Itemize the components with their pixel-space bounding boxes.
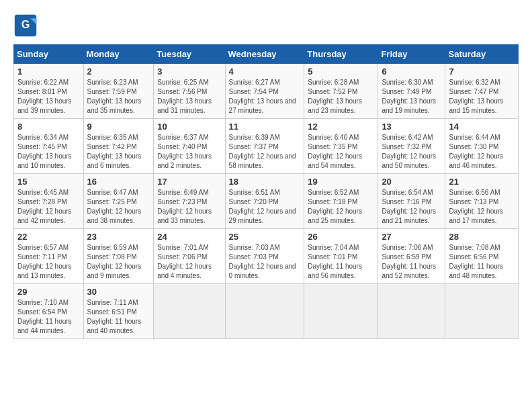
calendar-cell: 7Sunrise: 6:32 AMSunset: 7:47 PMDaylight… xyxy=(445,64,519,119)
day-info: Sunrise: 7:01 AMSunset: 7:06 PMDaylight:… xyxy=(157,243,221,281)
calendar-cell: 11Sunrise: 6:39 AMSunset: 7:37 PMDayligh… xyxy=(225,119,304,174)
day-info: Sunrise: 6:34 AMSunset: 7:45 PMDaylight:… xyxy=(17,133,80,171)
day-info: Sunrise: 6:22 AMSunset: 8:01 PMDaylight:… xyxy=(17,78,80,116)
weekday-header: Friday xyxy=(378,45,445,64)
day-info: Sunrise: 7:10 AMSunset: 6:54 PMDaylight:… xyxy=(17,298,80,336)
empty-cell xyxy=(378,284,445,339)
weekday-header: Tuesday xyxy=(154,45,225,64)
day-info: Sunrise: 6:45 AMSunset: 7:28 PMDaylight:… xyxy=(17,188,80,226)
day-info: Sunrise: 6:30 AMSunset: 7:49 PMDaylight:… xyxy=(382,78,441,116)
weekday-header-row: SundayMondayTuesdayWednesdayThursdayFrid… xyxy=(14,45,519,64)
calendar-cell: 12Sunrise: 6:40 AMSunset: 7:35 PMDayligh… xyxy=(304,119,378,174)
day-info: Sunrise: 6:28 AMSunset: 7:52 PMDaylight:… xyxy=(308,78,374,116)
calendar-table: SundayMondayTuesdayWednesdayThursdayFrid… xyxy=(13,44,519,339)
day-number: 28 xyxy=(449,232,515,242)
day-info: Sunrise: 6:40 AMSunset: 7:35 PMDaylight:… xyxy=(308,133,374,171)
calendar-cell: 27Sunrise: 7:06 AMSunset: 6:59 PMDayligh… xyxy=(378,229,445,284)
calendar-cell: 18Sunrise: 6:51 AMSunset: 7:20 PMDayligh… xyxy=(225,174,304,229)
calendar-cell: 3Sunrise: 6:25 AMSunset: 7:56 PMDaylight… xyxy=(154,64,225,119)
day-number: 20 xyxy=(382,177,441,187)
day-number: 29 xyxy=(17,287,80,297)
day-info: Sunrise: 6:39 AMSunset: 7:37 PMDaylight:… xyxy=(229,133,301,171)
day-info: Sunrise: 6:51 AMSunset: 7:20 PMDaylight:… xyxy=(229,188,301,226)
weekday-header: Sunday xyxy=(14,45,84,64)
calendar-cell: 29Sunrise: 7:10 AMSunset: 6:54 PMDayligh… xyxy=(14,284,84,339)
calendar-cell: 20Sunrise: 6:54 AMSunset: 7:16 PMDayligh… xyxy=(378,174,445,229)
day-number: 1 xyxy=(17,66,80,77)
day-number: 27 xyxy=(382,232,441,242)
weekday-header: Wednesday xyxy=(225,45,304,64)
empty-cell xyxy=(154,284,225,339)
calendar-cell: 17Sunrise: 6:49 AMSunset: 7:23 PMDayligh… xyxy=(154,174,225,229)
day-info: Sunrise: 6:47 AMSunset: 7:25 PMDaylight:… xyxy=(87,188,150,226)
day-number: 19 xyxy=(308,177,374,187)
calendar-cell: 25Sunrise: 7:03 AMSunset: 7:03 PMDayligh… xyxy=(225,229,304,284)
calendar-cell: 15Sunrise: 6:45 AMSunset: 7:28 PMDayligh… xyxy=(14,174,84,229)
day-number: 21 xyxy=(449,177,515,187)
calendar-cell: 10Sunrise: 6:37 AMSunset: 7:40 PMDayligh… xyxy=(154,119,225,174)
calendar-row: 15Sunrise: 6:45 AMSunset: 7:28 PMDayligh… xyxy=(14,174,519,229)
svg-text:G: G xyxy=(21,18,30,30)
calendar-cell: 13Sunrise: 6:42 AMSunset: 7:32 PMDayligh… xyxy=(378,119,445,174)
day-number: 25 xyxy=(229,232,301,242)
day-number: 24 xyxy=(157,232,221,242)
day-info: Sunrise: 6:23 AMSunset: 7:59 PMDaylight:… xyxy=(87,78,150,116)
calendar-cell: 28Sunrise: 7:08 AMSunset: 6:56 PMDayligh… xyxy=(445,229,519,284)
day-number: 3 xyxy=(157,66,221,77)
calendar-cell: 4Sunrise: 6:27 AMSunset: 7:54 PMDaylight… xyxy=(225,64,304,119)
calendar-row: 22Sunrise: 6:57 AMSunset: 7:11 PMDayligh… xyxy=(14,229,519,284)
calendar-cell: 8Sunrise: 6:34 AMSunset: 7:45 PMDaylight… xyxy=(14,119,84,174)
day-info: Sunrise: 7:11 AMSunset: 6:51 PMDaylight:… xyxy=(87,298,150,336)
weekday-header: Saturday xyxy=(445,45,519,64)
calendar-cell: 16Sunrise: 6:47 AMSunset: 7:25 PMDayligh… xyxy=(83,174,154,229)
calendar-cell: 6Sunrise: 6:30 AMSunset: 7:49 PMDaylight… xyxy=(378,64,445,119)
day-number: 2 xyxy=(87,66,150,77)
day-number: 6 xyxy=(382,66,441,77)
day-info: Sunrise: 6:35 AMSunset: 7:42 PMDaylight:… xyxy=(87,133,150,171)
day-number: 23 xyxy=(87,232,150,242)
day-info: Sunrise: 6:42 AMSunset: 7:32 PMDaylight:… xyxy=(382,133,441,171)
day-number: 7 xyxy=(449,66,515,77)
calendar-row: 29Sunrise: 7:10 AMSunset: 6:54 PMDayligh… xyxy=(14,284,519,339)
empty-cell xyxy=(304,284,378,339)
day-number: 12 xyxy=(308,122,374,132)
day-info: Sunrise: 6:56 AMSunset: 7:13 PMDaylight:… xyxy=(449,188,515,226)
day-number: 10 xyxy=(157,122,221,132)
day-info: Sunrise: 7:03 AMSunset: 7:03 PMDaylight:… xyxy=(229,243,301,281)
day-info: Sunrise: 6:25 AMSunset: 7:56 PMDaylight:… xyxy=(157,78,221,116)
calendar-cell: 2Sunrise: 6:23 AMSunset: 7:59 PMDaylight… xyxy=(83,64,154,119)
calendar-cell: 30Sunrise: 7:11 AMSunset: 6:51 PMDayligh… xyxy=(83,284,154,339)
day-info: Sunrise: 7:04 AMSunset: 7:01 PMDaylight:… xyxy=(308,243,374,281)
calendar-cell: 24Sunrise: 7:01 AMSunset: 7:06 PMDayligh… xyxy=(154,229,225,284)
day-info: Sunrise: 6:32 AMSunset: 7:47 PMDaylight:… xyxy=(449,78,515,116)
day-number: 26 xyxy=(308,232,374,242)
day-info: Sunrise: 6:59 AMSunset: 7:08 PMDaylight:… xyxy=(87,243,150,281)
day-info: Sunrise: 6:54 AMSunset: 7:16 PMDaylight:… xyxy=(382,188,441,226)
empty-cell xyxy=(445,284,519,339)
calendar-cell: 1Sunrise: 6:22 AMSunset: 8:01 PMDaylight… xyxy=(14,64,84,119)
day-number: 17 xyxy=(157,177,221,187)
day-number: 9 xyxy=(87,122,150,132)
page-header: G xyxy=(13,13,519,38)
logo-icon: G xyxy=(13,13,38,38)
day-number: 8 xyxy=(17,122,80,132)
day-number: 11 xyxy=(229,122,301,132)
calendar-cell: 23Sunrise: 6:59 AMSunset: 7:08 PMDayligh… xyxy=(83,229,154,284)
weekday-header: Thursday xyxy=(304,45,378,64)
day-number: 18 xyxy=(229,177,301,187)
day-info: Sunrise: 7:08 AMSunset: 6:56 PMDaylight:… xyxy=(449,243,515,281)
calendar-cell: 26Sunrise: 7:04 AMSunset: 7:01 PMDayligh… xyxy=(304,229,378,284)
calendar-cell: 21Sunrise: 6:56 AMSunset: 7:13 PMDayligh… xyxy=(445,174,519,229)
day-number: 5 xyxy=(308,66,374,77)
weekday-header: Monday xyxy=(83,45,154,64)
calendar-cell: 19Sunrise: 6:52 AMSunset: 7:18 PMDayligh… xyxy=(304,174,378,229)
day-number: 4 xyxy=(229,66,301,77)
calendar-row: 1Sunrise: 6:22 AMSunset: 8:01 PMDaylight… xyxy=(14,64,519,119)
empty-cell xyxy=(225,284,304,339)
logo: G xyxy=(13,13,42,38)
calendar-cell: 22Sunrise: 6:57 AMSunset: 7:11 PMDayligh… xyxy=(14,229,84,284)
day-info: Sunrise: 6:52 AMSunset: 7:18 PMDaylight:… xyxy=(308,188,374,226)
calendar-cell: 9Sunrise: 6:35 AMSunset: 7:42 PMDaylight… xyxy=(83,119,154,174)
day-number: 15 xyxy=(17,177,80,187)
day-info: Sunrise: 6:37 AMSunset: 7:40 PMDaylight:… xyxy=(157,133,221,171)
